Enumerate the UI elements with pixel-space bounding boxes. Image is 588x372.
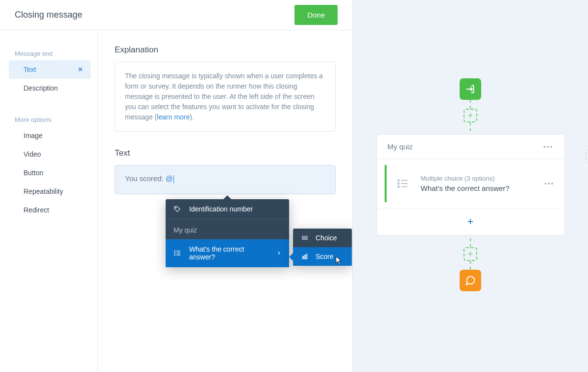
list-icon xyxy=(173,249,181,257)
svg-point-0 xyxy=(175,208,176,209)
sidebar-item-redirect[interactable]: Redirect xyxy=(9,201,91,219)
explanation-box: The closing message is typically shown w… xyxy=(115,62,336,132)
sidebar-item-video[interactable]: Video xyxy=(9,145,91,163)
sidebar: Message text Text ✕ Description More opt… xyxy=(0,30,98,372)
preview-panel: + My quiz ••• Multiple choice (3 options… xyxy=(353,0,588,372)
mention-group-heading: My quiz xyxy=(166,219,289,239)
text-caret xyxy=(173,175,174,184)
mention-sub-item-label: Choice xyxy=(316,234,337,242)
done-button[interactable]: Done xyxy=(294,5,338,25)
mention-item-label: Identification number xyxy=(189,205,253,213)
flow-card: My quiz ••• Multiple choice (3 options) … xyxy=(376,134,565,235)
editor-panel: Closing message Done Message text Text ✕… xyxy=(0,0,353,372)
explanation-heading: Explanation xyxy=(115,45,336,55)
side-add-button[interactable]: + xyxy=(581,143,588,169)
bar-chart-icon xyxy=(301,253,309,260)
question-row[interactable]: Multiple choice (3 options) What's the c… xyxy=(385,165,544,202)
sidebar-item-button[interactable]: Button xyxy=(9,163,91,182)
svg-point-2 xyxy=(174,253,175,253)
svg-point-14 xyxy=(397,186,399,187)
svg-rect-9 xyxy=(302,256,303,259)
tag-icon xyxy=(173,205,181,213)
card-add-question-button[interactable]: + xyxy=(467,215,474,228)
editor-header: Closing message Done xyxy=(0,0,352,30)
svg-rect-11 xyxy=(306,254,307,258)
mention-sub-item-label: Score xyxy=(316,253,334,260)
sidebar-item-repeatability[interactable]: Repeatability xyxy=(9,182,91,201)
sidebar-item-description[interactable]: Description xyxy=(9,79,91,97)
sidebar-section-more-options: More options xyxy=(0,111,98,126)
flow-add-slot-top[interactable]: + xyxy=(464,109,477,122)
card-menu-button[interactable]: ••• xyxy=(543,143,554,151)
text-value: You scored: xyxy=(125,174,166,183)
list-icon xyxy=(396,177,409,190)
page-title: Closing message xyxy=(15,10,82,20)
explanation-text: The closing message is typically shown w… xyxy=(125,72,323,121)
close-icon[interactable]: ✕ xyxy=(78,66,83,73)
svg-point-1 xyxy=(174,251,175,251)
question-meta: Multiple choice (3 options) xyxy=(421,175,510,182)
sidebar-item-label: Image xyxy=(24,132,43,140)
learn-more-link[interactable]: learn more xyxy=(157,113,190,121)
closing-text-input[interactable]: You scored: @ xyxy=(115,165,336,194)
svg-rect-7 xyxy=(302,236,308,237)
svg-point-12 xyxy=(397,180,399,181)
chevron-right-icon xyxy=(276,251,281,256)
sidebar-item-text[interactable]: Text ✕ xyxy=(9,60,91,79)
choice-icon xyxy=(301,234,309,241)
mention-sub-popover: Choice Score xyxy=(293,229,352,266)
sidebar-item-label: Redirect xyxy=(24,206,49,214)
sidebar-item-image[interactable]: Image xyxy=(9,126,91,145)
mention-item-identification-number[interactable]: Identification number xyxy=(166,199,289,219)
flow-end-node[interactable] xyxy=(460,270,481,291)
sidebar-item-label: Text xyxy=(24,66,36,73)
chat-icon xyxy=(465,275,476,286)
enter-icon xyxy=(465,84,476,94)
mention-sub-item-score[interactable]: Score xyxy=(293,247,352,266)
svg-rect-8 xyxy=(302,238,308,239)
question-menu-button[interactable]: ••• xyxy=(544,180,564,187)
sidebar-item-label: Description xyxy=(24,84,58,92)
sidebar-item-label: Repeatability xyxy=(24,187,63,195)
mention-item-label: What's the correct answer? xyxy=(189,245,269,261)
svg-rect-10 xyxy=(304,256,305,259)
content-area: Explanation The closing message is typic… xyxy=(98,30,352,372)
card-title: My quiz xyxy=(388,142,413,151)
mention-item-question[interactable]: What's the correct answer? xyxy=(166,239,289,267)
sidebar-item-label: Video xyxy=(24,150,41,158)
mention-token: @ xyxy=(166,174,173,183)
question-text: What's the correct answer? xyxy=(421,184,510,192)
text-heading: Text xyxy=(115,148,336,158)
svg-point-13 xyxy=(397,183,399,185)
mention-popover: Identification number My quiz What's the… xyxy=(166,199,289,267)
flow-add-slot-bottom[interactable]: + xyxy=(464,247,477,261)
sidebar-item-label: Button xyxy=(24,169,43,177)
flow-start-node[interactable] xyxy=(460,78,481,100)
sidebar-section-message-text: Message text xyxy=(0,45,98,60)
mention-sub-item-choice[interactable]: Choice xyxy=(293,229,352,247)
svg-point-3 xyxy=(174,255,175,255)
